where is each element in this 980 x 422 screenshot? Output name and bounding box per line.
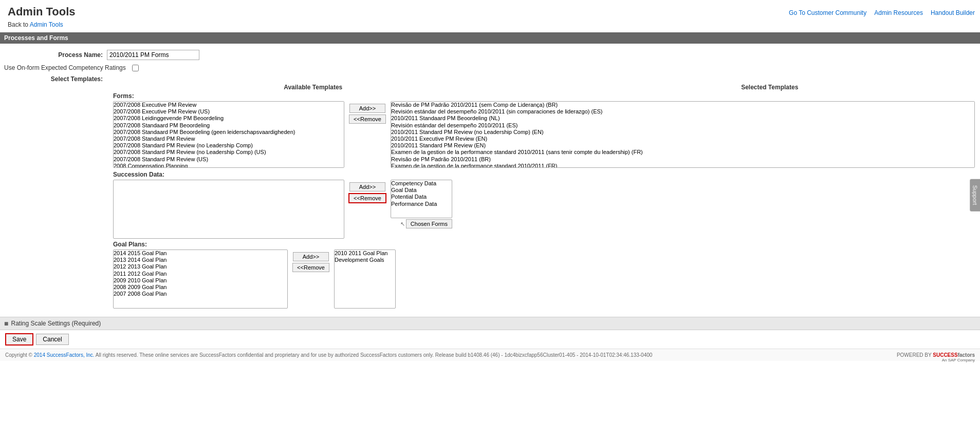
on-form-label: Use On-form Expected Competency Ratings bbox=[4, 64, 130, 71]
successfactors-link[interactable]: 2014 SuccessFactors, Inc. bbox=[34, 352, 95, 358]
goal-remove-button[interactable]: <<Remove bbox=[292, 263, 329, 272]
selected-forms-list[interactable]: Revisão de PM Padrão 2010/2011 (sem Comp… bbox=[391, 101, 975, 168]
goal-available-list[interactable]: 2014 2015 Goal Plan2013 2014 Goal Plan20… bbox=[113, 250, 288, 309]
top-navigation: Go To Customer Community Admin Resources… bbox=[789, 9, 975, 16]
goal-selected-list[interactable]: 2010 2011 Goal PlanDevelopment Goals bbox=[334, 250, 396, 309]
cancel-button[interactable]: Cancel bbox=[36, 334, 68, 345]
template-column-headers: Available Templates Selected Templates bbox=[103, 84, 980, 92]
goal-plans-section: Goal Plans: 2014 2015 Goal Plan2013 2014… bbox=[108, 239, 980, 309]
goal-plans-label: Goal Plans: bbox=[113, 241, 975, 248]
expand-icon[interactable]: ■ bbox=[4, 319, 8, 328]
footer-buttons: Save Cancel bbox=[0, 330, 980, 349]
rating-scale-label: Rating Scale Settings (Required) bbox=[11, 320, 101, 327]
forms-label: Forms: bbox=[113, 92, 975, 100]
save-button[interactable]: Save bbox=[5, 333, 33, 346]
rating-scale-bar: ■ Rating Scale Settings (Required) bbox=[0, 317, 980, 330]
footer: Copyright © 2014 SuccessFactors, Inc. Al… bbox=[0, 349, 980, 361]
forms-controls: Add>> <<Remove bbox=[347, 101, 388, 124]
process-name-input[interactable] bbox=[107, 50, 199, 60]
process-name-row: Process Name: bbox=[0, 48, 980, 62]
forms-remove-button[interactable]: <<Remove bbox=[349, 114, 386, 124]
succession-available-list[interactable] bbox=[113, 180, 344, 239]
succession-add-button[interactable]: Add>> bbox=[349, 182, 385, 191]
cursor-indicator: ↖ bbox=[400, 221, 405, 227]
goal-controls: Add>> <<Remove bbox=[290, 250, 331, 272]
forms-add-button[interactable]: Add>> bbox=[349, 104, 385, 113]
forms-section: Forms: 2007/2008 Executive PM Review2007… bbox=[108, 92, 980, 168]
succession-selected-list[interactable]: Competency DataGoal DataPotential DataPe… bbox=[391, 180, 452, 218]
chosen-forms-button[interactable]: Chosen Forms bbox=[406, 219, 452, 228]
select-templates-label: Select Templates: bbox=[4, 75, 107, 83]
section-header: Processes and Forms bbox=[0, 32, 980, 44]
goal-add-button[interactable]: Add>> bbox=[293, 252, 329, 261]
on-form-checkbox[interactable] bbox=[132, 65, 139, 71]
selected-header: Selected Templates bbox=[565, 84, 975, 91]
copyright-text: Copyright © 2014 SuccessFactors, Inc. Al… bbox=[5, 352, 652, 358]
available-header: Available Templates bbox=[108, 84, 519, 91]
admin-resources-link[interactable]: Admin Resources bbox=[874, 9, 923, 16]
select-templates-row: Select Templates: bbox=[0, 73, 980, 84]
back-text: Back to bbox=[8, 21, 28, 28]
process-name-label: Process Name: bbox=[4, 51, 107, 59]
back-admin-tools-link[interactable]: Admin Tools bbox=[30, 21, 63, 28]
succession-section: Succession Data: Add>> <<Remove Competen… bbox=[108, 168, 980, 239]
available-forms-list[interactable]: 2007/2008 Executive PM Review2007/2008 E… bbox=[113, 101, 344, 168]
handout-builder-link[interactable]: Handout Builder bbox=[931, 9, 975, 16]
succession-label: Succession Data: bbox=[113, 171, 975, 178]
customer-community-link[interactable]: Go To Customer Community bbox=[789, 9, 866, 16]
succession-remove-button[interactable]: <<Remove bbox=[348, 193, 386, 203]
sf-logo: POWERED BY SUCCESSfactors An SAP Company bbox=[897, 352, 975, 362]
succession-controls: Add>> <<Remove bbox=[347, 180, 388, 203]
back-link-row: Back to Admin Tools bbox=[0, 20, 980, 30]
on-form-row: Use On-form Expected Competency Ratings bbox=[0, 62, 980, 73]
support-tab[interactable]: Support bbox=[970, 179, 980, 212]
